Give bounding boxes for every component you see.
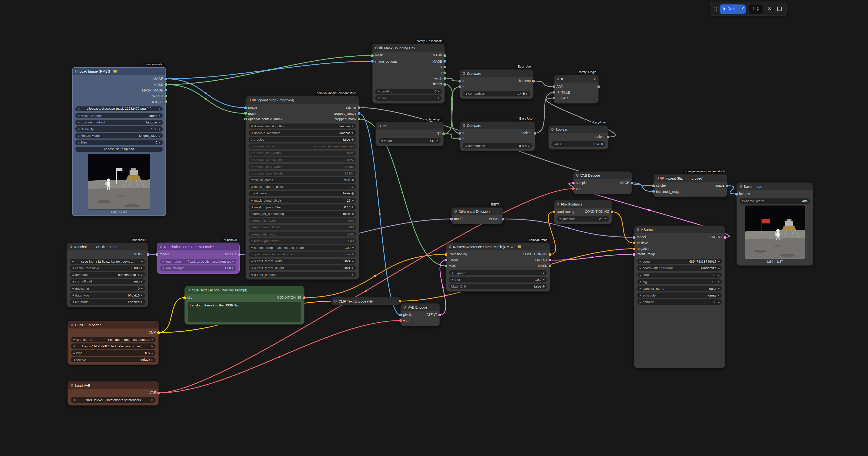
combo-right-arrow[interactable]: ▶	[141, 267, 143, 269]
collapse-toggle[interactable]	[637, 228, 640, 231]
widget-preresize[interactable]: preresizefalse	[249, 137, 356, 142]
combo-left-arrow[interactable]: ◀	[73, 352, 75, 354]
widget-mask-fill-holes[interactable]: mask_fill_holestrue	[249, 177, 356, 183]
images-input-slot[interactable]	[735, 193, 738, 195]
combo-right-arrow[interactable]: ▶	[528, 144, 530, 147]
combo-left-arrow[interactable]: ◀	[640, 274, 641, 276]
run-options-button[interactable]	[738, 4, 746, 13]
widget-upscale-algorithm[interactable]: ◀upscale_algorithmlanczos▶	[249, 130, 356, 136]
model-input-slot[interactable]	[633, 236, 636, 239]
widget-i2f-mode[interactable]: ◀i2f_modeenabled▶	[70, 299, 145, 305]
widget-output-target-width[interactable]: ◀output_target_width1024▶	[249, 258, 356, 264]
image-output-slot[interactable]	[630, 181, 633, 184]
combo-right-arrow[interactable]: ▶	[718, 260, 720, 263]
combo-right-arrow[interactable]: ▶	[352, 132, 354, 134]
node-nunchaku-lora[interactable]: nunchakuNunchaku FLUX.1 LoRA Loadermodel…	[157, 243, 240, 274]
combo-right-arrow[interactable]: ▶	[352, 273, 354, 276]
widget-context-from-mask-extend-factor[interactable]: ◀context_from_mask_extend_factor1.00▶	[249, 245, 356, 250]
widget-clip-name1[interactable]: ◀clip_name1t5xxl_fp8_e4m3fn.safetensors▶	[71, 337, 156, 342]
mask-image-output-slot[interactable]	[164, 89, 167, 92]
latent-input-slot[interactable]	[444, 259, 447, 261]
combo-right-arrow[interactable]: ▶	[159, 114, 161, 117]
node-save-image[interactable]: Save Imageimagesfilename_prefixkrita1280…	[736, 182, 813, 266]
combo-left-arrow[interactable]: ◀	[78, 134, 79, 137]
combo-right-arrow[interactable]: ▶	[543, 272, 545, 274]
widget-control-after-generate[interactable]: ◀control after generaterandomize▶	[637, 265, 722, 271]
mask-output-slot[interactable]	[443, 54, 446, 57]
node-bool1[interactable]: Easy-UseBooleanbooleanvaluetrue	[548, 125, 608, 149]
any-input-slot[interactable]	[553, 85, 555, 88]
combo-left-arrow[interactable]: ◀	[78, 108, 79, 110]
combo-left-arrow[interactable]: ◀	[73, 345, 75, 348]
widget-expand[interactable]: ◀Expand0▶	[449, 270, 547, 276]
combo-right-arrow[interactable]: ▶	[141, 274, 143, 276]
widget-cfg[interactable]: ◀cfg1.0▶	[637, 279, 722, 284]
widget-blur[interactable]: ◀blur0▶	[375, 95, 442, 101]
combo-left-arrow[interactable]: ◀	[72, 301, 74, 303]
combo-right-arrow[interactable]: ▶	[159, 134, 161, 137]
clip-output-slot[interactable]	[157, 331, 160, 334]
collapse-toggle[interactable]	[449, 246, 451, 248]
widget-mask-expand-pixels[interactable]: ◀mask_expand_pixels0▶	[249, 184, 356, 190]
conditioning-input-slot[interactable]	[444, 253, 447, 256]
node-vae-encode[interactable]: VAE EncodepixelsLATENTvae	[400, 303, 440, 326]
combo-right-arrow[interactable]: ▶	[232, 267, 234, 269]
combo-left-arrow[interactable]: ◀	[72, 287, 74, 290]
toolbar-drag-handle[interactable]	[713, 6, 718, 11]
combo-left-arrow[interactable]: ◀	[78, 114, 79, 117]
widget-long-vit-l-14-best-gmp-smooth-ft-saf[interactable]: ◀Long-ViT-L-14-BEST-GmP-smooth-ft.saf ..…	[71, 344, 156, 349]
mask-input-slot[interactable]	[244, 112, 247, 115]
negative-input-slot[interactable]	[633, 247, 636, 250]
widget-steps[interactable]: ◀steps20▶	[637, 272, 722, 278]
combo-left-arrow[interactable]: ◀	[72, 267, 74, 269]
widget-mask-invert[interactable]: mask_invertfalse	[249, 191, 356, 196]
clear-queue-button[interactable]	[776, 4, 783, 13]
combo-right-arrow[interactable]: ▶	[151, 345, 153, 348]
combo-right-arrow[interactable]: ▶	[151, 359, 153, 361]
widget-blur[interactable]: ◀Blur10.0▶	[449, 277, 547, 282]
a-input-slot[interactable]	[458, 132, 461, 134]
combo-right-arrow[interactable]: ▶	[718, 280, 720, 283]
item-output-slot[interactable]	[597, 85, 600, 88]
widget-mask-only[interactable]: Mask Onlyfalse	[449, 284, 547, 289]
combo-left-arrow[interactable]: ◀	[72, 280, 74, 283]
collapse-toggle[interactable]	[551, 128, 554, 131]
latent-output-slot[interactable]	[438, 313, 441, 316]
widget-attention[interactable]: ◀attentionnunchaku-fp16▶	[70, 272, 145, 278]
vae-output-slot[interactable]	[157, 392, 160, 394]
widget-comparison[interactable]: ◀comparisona < b▶	[463, 143, 532, 148]
mask-input-slot[interactable]	[371, 54, 374, 57]
boolean-output-slot[interactable]	[534, 132, 536, 134]
combo-right-arrow[interactable]: ▶	[151, 352, 153, 354]
collapse-toggle[interactable]	[334, 300, 337, 302]
y-output-slot[interactable]	[443, 72, 446, 74]
combo-left-arrow[interactable]: ◀	[73, 398, 75, 401]
combo-right-arrow[interactable]: ▶	[718, 287, 720, 290]
collapse-toggle[interactable]	[249, 99, 251, 101]
combo-left-arrow[interactable]: ◀	[381, 139, 383, 142]
node-diff-diffusion[interactable]: [BETA]Differential DiffusionmodelMODEL	[451, 207, 503, 225]
collapse-toggle[interactable]	[375, 47, 378, 49]
combo-right-arrow[interactable]: ▶	[352, 260, 354, 262]
batch-count-input[interactable]: 1	[748, 4, 763, 14]
vae-input-slot[interactable]	[399, 319, 402, 322]
mask-output-slot[interactable]	[164, 83, 167, 86]
node-load-image[interactable]: comfyui-rmbgLoad Image (RMBG)IMAGEMASKMA…	[72, 67, 166, 216]
combo-right-arrow[interactable]: ▶	[159, 121, 161, 123]
collapse-toggle[interactable]	[75, 70, 78, 73]
widget-lora-strength[interactable]: ◀lora_strength1.00▶	[160, 265, 236, 271]
combo-left-arrow[interactable]: ◀	[73, 338, 75, 341]
combo-right-arrow[interactable]: ▶	[352, 125, 354, 127]
combo-right-arrow[interactable]: ▶	[718, 274, 720, 276]
combo-left-arrow[interactable]: ◀	[640, 301, 641, 303]
mask-input-slot[interactable]	[444, 264, 447, 267]
combo-left-arrow[interactable]: ◀	[465, 92, 467, 95]
combo-left-arrow[interactable]: ◀	[251, 132, 253, 134]
node-if1[interactable]: comfyui-logicIf?ANYIF_TRUEIF_FALSE	[554, 75, 599, 104]
widget-downscale-algorithm[interactable]: ◀downscale_algorithmlanczos▶	[249, 123, 356, 129]
widget-value[interactable]: valuetrue	[551, 141, 605, 147]
combo-left-arrow[interactable]: ◀	[640, 280, 641, 283]
combo-left-arrow[interactable]: ◀	[162, 267, 164, 269]
combo-right-arrow[interactable]: ▶	[543, 278, 545, 281]
width-output-slot[interactable]	[164, 95, 167, 97]
